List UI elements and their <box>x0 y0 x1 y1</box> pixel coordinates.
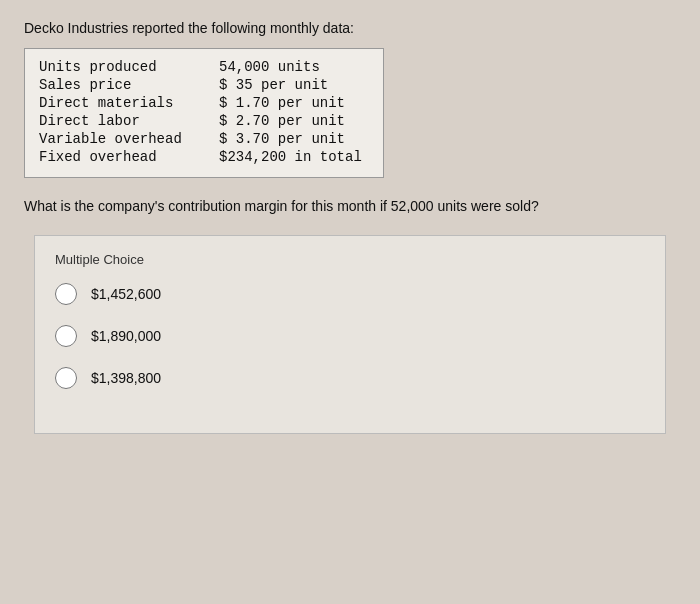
radio-option-1[interactable] <box>55 283 77 305</box>
data-table: Units produced 54,000 units Sales price … <box>24 48 384 178</box>
radio-option-3[interactable] <box>55 367 77 389</box>
option-3[interactable]: $1,398,800 <box>55 367 645 389</box>
label-variable-overhead: Variable overhead <box>39 131 219 147</box>
option-2[interactable]: $1,890,000 <box>55 325 645 347</box>
radio-option-2[interactable] <box>55 325 77 347</box>
value-variable-overhead: $ 3.70 per unit <box>219 131 345 147</box>
value-fixed-overhead: $234,200 in total <box>219 149 362 165</box>
option-1[interactable]: $1,452,600 <box>55 283 645 305</box>
intro-text: Decko Industries reported the following … <box>24 20 676 36</box>
table-row-variable-overhead: Variable overhead $ 3.70 per unit <box>39 131 369 147</box>
table-row-sales: Sales price $ 35 per unit <box>39 77 369 93</box>
multiple-choice-label: Multiple Choice <box>55 252 645 267</box>
question-text: What is the company's contribution margi… <box>24 196 676 217</box>
option-2-label: $1,890,000 <box>91 328 161 344</box>
table-row-labor: Direct labor $ 2.70 per unit <box>39 113 369 129</box>
table-row-materials: Direct materials $ 1.70 per unit <box>39 95 369 111</box>
label-units-produced: Units produced <box>39 59 219 75</box>
label-sales-price: Sales price <box>39 77 219 93</box>
option-3-label: $1,398,800 <box>91 370 161 386</box>
multiple-choice-container: Multiple Choice $1,452,600 $1,890,000 $1… <box>34 235 666 434</box>
label-fixed-overhead: Fixed overhead <box>39 149 219 165</box>
value-units-produced: 54,000 units <box>219 59 320 75</box>
option-1-label: $1,452,600 <box>91 286 161 302</box>
table-row-units: Units produced 54,000 units <box>39 59 369 75</box>
label-direct-materials: Direct materials <box>39 95 219 111</box>
value-direct-materials: $ 1.70 per unit <box>219 95 345 111</box>
label-direct-labor: Direct labor <box>39 113 219 129</box>
value-sales-price: $ 35 per unit <box>219 77 328 93</box>
table-row-fixed-overhead: Fixed overhead $234,200 in total <box>39 149 369 165</box>
value-direct-labor: $ 2.70 per unit <box>219 113 345 129</box>
